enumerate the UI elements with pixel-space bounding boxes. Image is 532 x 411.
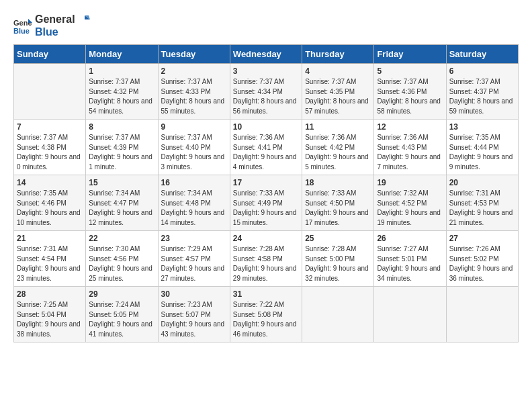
calendar-cell: 5Sunrise: 7:37 AMSunset: 4:36 PMDaylight… xyxy=(374,64,446,120)
calendar-cell: 19Sunrise: 7:32 AMSunset: 4:52 PMDayligh… xyxy=(374,175,446,231)
calendar-cell: 10Sunrise: 7:36 AMSunset: 4:41 PMDayligh… xyxy=(230,120,302,175)
day-info: Sunrise: 7:25 AMSunset: 5:04 PMDaylight:… xyxy=(17,300,83,339)
logo: General Blue General Blue xyxy=(13,13,90,38)
calendar-cell: 15Sunrise: 7:34 AMSunset: 4:47 PMDayligh… xyxy=(86,175,158,231)
day-info: Sunrise: 7:28 AMSunset: 5:00 PMDaylight:… xyxy=(305,244,371,283)
day-info: Sunrise: 7:30 AMSunset: 4:56 PMDaylight:… xyxy=(89,244,154,283)
day-number: 14 xyxy=(17,178,83,187)
day-info: Sunrise: 7:35 AMSunset: 4:44 PMDaylight:… xyxy=(449,133,515,172)
calendar-cell: 20Sunrise: 7:31 AMSunset: 4:53 PMDayligh… xyxy=(446,175,518,231)
day-info: Sunrise: 7:31 AMSunset: 4:54 PMDaylight:… xyxy=(17,244,83,283)
day-info: Sunrise: 7:37 AMSunset: 4:40 PMDaylight:… xyxy=(161,133,227,172)
calendar-cell: 7Sunrise: 7:37 AMSunset: 4:38 PMDaylight… xyxy=(14,120,86,175)
calendar-week-4: 21Sunrise: 7:31 AMSunset: 4:54 PMDayligh… xyxy=(14,231,519,287)
day-number: 22 xyxy=(89,234,154,243)
day-info: Sunrise: 7:28 AMSunset: 4:58 PMDaylight:… xyxy=(233,244,299,283)
calendar-cell: 27Sunrise: 7:26 AMSunset: 5:02 PMDayligh… xyxy=(446,231,518,287)
calendar-cell: 29Sunrise: 7:24 AMSunset: 5:05 PMDayligh… xyxy=(86,287,158,342)
calendar-cell: 12Sunrise: 7:36 AMSunset: 4:43 PMDayligh… xyxy=(374,120,446,175)
day-info: Sunrise: 7:37 AMSunset: 4:38 PMDaylight:… xyxy=(17,133,83,172)
day-number: 11 xyxy=(305,122,371,132)
calendar-cell: 4Sunrise: 7:37 AMSunset: 4:35 PMDaylight… xyxy=(302,64,374,120)
day-number: 8 xyxy=(89,122,154,132)
day-number: 28 xyxy=(17,289,83,299)
day-number: 24 xyxy=(233,234,299,243)
day-number: 18 xyxy=(305,178,371,187)
day-number: 26 xyxy=(377,234,443,243)
calendar-cell: 1Sunrise: 7:37 AMSunset: 4:32 PMDaylight… xyxy=(86,64,158,120)
day-info: Sunrise: 7:35 AMSunset: 4:46 PMDaylight:… xyxy=(17,189,83,228)
day-info: Sunrise: 7:36 AMSunset: 4:42 PMDaylight:… xyxy=(305,133,371,172)
day-info: Sunrise: 7:37 AMSunset: 4:32 PMDaylight:… xyxy=(89,77,154,116)
day-number: 20 xyxy=(449,178,515,187)
day-number: 4 xyxy=(305,66,371,76)
page-header: General Blue General Blue xyxy=(13,13,519,38)
day-info: Sunrise: 7:36 AMSunset: 4:41 PMDaylight:… xyxy=(233,133,299,172)
day-number: 27 xyxy=(449,234,515,243)
calendar-week-3: 14Sunrise: 7:35 AMSunset: 4:46 PMDayligh… xyxy=(14,175,519,231)
day-info: Sunrise: 7:22 AMSunset: 5:08 PMDaylight:… xyxy=(233,300,299,339)
calendar-cell: 24Sunrise: 7:28 AMSunset: 4:58 PMDayligh… xyxy=(230,231,302,287)
day-info: Sunrise: 7:34 AMSunset: 4:48 PMDaylight:… xyxy=(161,189,227,228)
calendar-cell: 18Sunrise: 7:33 AMSunset: 4:50 PMDayligh… xyxy=(302,175,374,231)
day-number: 10 xyxy=(233,122,299,132)
day-info: Sunrise: 7:37 AMSunset: 4:37 PMDaylight:… xyxy=(449,77,515,116)
day-header-monday: Monday xyxy=(86,45,158,64)
day-info: Sunrise: 7:24 AMSunset: 5:05 PMDaylight:… xyxy=(89,300,154,339)
day-header-tuesday: Tuesday xyxy=(158,45,230,64)
day-number: 23 xyxy=(161,234,227,243)
day-number: 25 xyxy=(305,234,371,243)
day-number: 13 xyxy=(449,122,515,132)
calendar-cell xyxy=(374,287,446,342)
day-info: Sunrise: 7:37 AMSunset: 4:35 PMDaylight:… xyxy=(305,77,371,116)
calendar-cell: 23Sunrise: 7:29 AMSunset: 4:57 PMDayligh… xyxy=(158,231,230,287)
day-number: 2 xyxy=(161,66,227,76)
day-info: Sunrise: 7:37 AMSunset: 4:36 PMDaylight:… xyxy=(377,77,443,116)
calendar-cell xyxy=(446,287,518,342)
day-info: Sunrise: 7:37 AMSunset: 4:33 PMDaylight:… xyxy=(161,77,227,116)
day-number: 19 xyxy=(377,178,443,187)
calendar-cell: 31Sunrise: 7:22 AMSunset: 5:08 PMDayligh… xyxy=(230,287,302,342)
logo-blue-text: Blue xyxy=(35,26,90,38)
day-number: 21 xyxy=(17,234,83,243)
calendar-week-5: 28Sunrise: 7:25 AMSunset: 5:04 PMDayligh… xyxy=(14,287,519,342)
calendar-cell: 13Sunrise: 7:35 AMSunset: 4:44 PMDayligh… xyxy=(446,120,518,175)
svg-text:Blue: Blue xyxy=(13,27,30,35)
day-info: Sunrise: 7:34 AMSunset: 4:47 PMDaylight:… xyxy=(89,189,154,228)
calendar-cell: 28Sunrise: 7:25 AMSunset: 5:04 PMDayligh… xyxy=(14,287,86,342)
day-number: 16 xyxy=(161,178,227,187)
day-header-thursday: Thursday xyxy=(302,45,374,64)
day-number: 6 xyxy=(449,66,515,76)
calendar-cell: 30Sunrise: 7:23 AMSunset: 5:07 PMDayligh… xyxy=(158,287,230,342)
day-info: Sunrise: 7:36 AMSunset: 4:43 PMDaylight:… xyxy=(377,133,443,172)
calendar-week-2: 7Sunrise: 7:37 AMSunset: 4:38 PMDaylight… xyxy=(14,120,519,175)
logo-icon: General Blue xyxy=(13,16,32,35)
calendar-cell: 21Sunrise: 7:31 AMSunset: 4:54 PMDayligh… xyxy=(14,231,86,287)
calendar-cell: 6Sunrise: 7:37 AMSunset: 4:37 PMDaylight… xyxy=(446,64,518,120)
calendar-cell: 8Sunrise: 7:37 AMSunset: 4:39 PMDaylight… xyxy=(86,120,158,175)
day-number: 7 xyxy=(17,122,83,132)
calendar-cell: 14Sunrise: 7:35 AMSunset: 4:46 PMDayligh… xyxy=(14,175,86,231)
day-number: 5 xyxy=(377,66,443,76)
day-info: Sunrise: 7:33 AMSunset: 4:49 PMDaylight:… xyxy=(233,189,299,228)
day-number: 15 xyxy=(89,178,154,187)
day-header-sunday: Sunday xyxy=(14,45,86,64)
day-info: Sunrise: 7:26 AMSunset: 5:02 PMDaylight:… xyxy=(449,244,515,283)
day-number: 17 xyxy=(233,178,299,187)
day-number: 31 xyxy=(233,289,299,299)
day-number: 12 xyxy=(377,122,443,132)
logo-general-text: General xyxy=(35,13,75,25)
day-header-wednesday: Wednesday xyxy=(230,45,302,64)
day-info: Sunrise: 7:33 AMSunset: 4:50 PMDaylight:… xyxy=(305,189,371,228)
calendar-cell: 17Sunrise: 7:33 AMSunset: 4:49 PMDayligh… xyxy=(230,175,302,231)
day-info: Sunrise: 7:31 AMSunset: 4:53 PMDaylight:… xyxy=(449,189,515,228)
calendar-cell: 3Sunrise: 7:37 AMSunset: 4:34 PMDaylight… xyxy=(230,64,302,120)
day-number: 3 xyxy=(233,66,299,76)
day-info: Sunrise: 7:29 AMSunset: 4:57 PMDaylight:… xyxy=(161,244,227,283)
calendar-header-row: SundayMondayTuesdayWednesdayThursdayFrid… xyxy=(14,45,519,64)
day-number: 29 xyxy=(89,289,154,299)
day-number: 1 xyxy=(89,66,154,76)
calendar-cell: 26Sunrise: 7:27 AMSunset: 5:01 PMDayligh… xyxy=(374,231,446,287)
logo-bird-icon xyxy=(78,14,90,26)
calendar-week-1: 1Sunrise: 7:37 AMSunset: 4:32 PMDaylight… xyxy=(14,64,519,120)
